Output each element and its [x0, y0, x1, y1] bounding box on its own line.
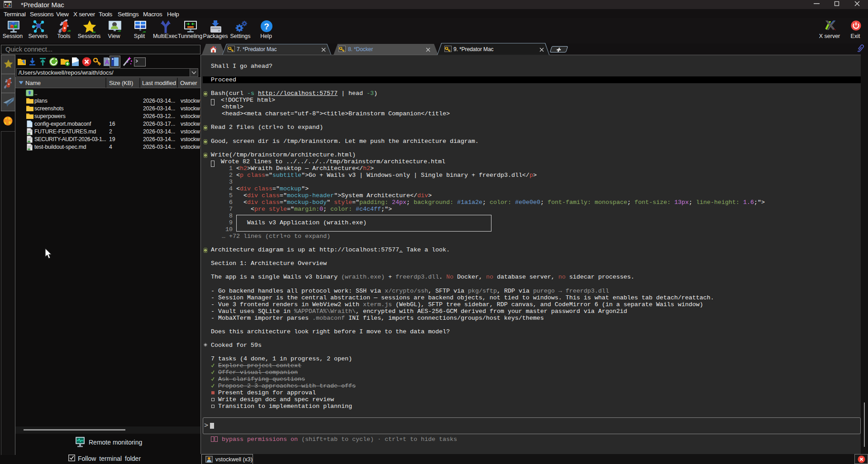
svg-text:A: A	[105, 59, 110, 66]
svg-text:?: ?	[264, 22, 269, 31]
